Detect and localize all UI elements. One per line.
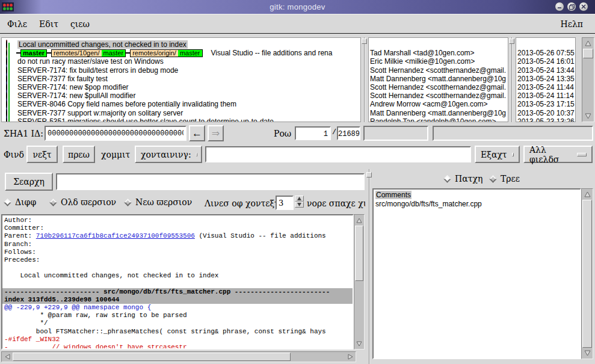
author-cell: Matt Dannenberg <matt.dannenberg@10g	[369, 75, 508, 83]
spin-up-icon[interactable]	[295, 196, 304, 202]
row-separator: /	[332, 128, 336, 137]
scrollbar-thumb[interactable]	[13, 353, 291, 361]
find-next-button[interactable]: νεξτ	[26, 146, 58, 163]
search-entry[interactable]	[56, 173, 365, 190]
close-icon	[581, 4, 586, 9]
radio-diff[interactable]: Διφφ	[4, 197, 36, 207]
commit-subject: SERVER-7174: new $pullAll modifier	[17, 91, 136, 100]
column-sash[interactable]	[508, 37, 516, 122]
forward-button[interactable]: ⇒	[208, 125, 224, 141]
progress-bar	[433, 126, 593, 141]
detail-line: Follows:	[4, 248, 353, 256]
find-entry[interactable]	[205, 146, 471, 162]
ref-head-master[interactable]: master	[20, 49, 47, 57]
commit-dot-head	[6, 49, 7, 57]
search-button[interactable]: Σεαρχη	[5, 173, 53, 191]
column-sash[interactable]	[361, 37, 368, 122]
sha1-entry[interactable]	[45, 126, 187, 141]
radio-icon	[489, 175, 497, 183]
date-cell	[516, 40, 575, 49]
commit-row[interactable]: do not run racy master/slave test on Win…	[2, 57, 360, 66]
menubar: Φιλε Εδιτ ςιεω Ηελπ	[0, 14, 595, 34]
commit-dot	[6, 57, 7, 66]
commit-row[interactable]: master remotes/10gen/master remotes/orig…	[2, 49, 360, 57]
commit-list-scrollbar[interactable]	[582, 37, 594, 122]
detail-line: Precedes:	[4, 256, 353, 264]
close-button[interactable]	[579, 2, 588, 11]
back-button[interactable]: ←	[189, 125, 205, 141]
pane-divider[interactable]	[366, 169, 372, 364]
titlebar[interactable]: gitk: mongodev	[0, 0, 595, 14]
commit-date-pane[interactable]: 2013-05-26 07:55 2013-05-24 16:01 2013-0…	[516, 37, 576, 122]
find-label[interactable]: Φινδ	[4, 150, 24, 159]
commit-dot-red	[6, 40, 7, 49]
row-total-field: 21689	[337, 126, 360, 140]
file-list-item[interactable]: Comments	[375, 191, 580, 200]
file-index-line: index 313fdd5..239de98 100644	[2, 296, 353, 304]
scroll-up-icon[interactable]	[355, 215, 363, 225]
commit-row[interactable]: SERVER-7174: fix build/test errors in de…	[2, 66, 360, 75]
scroll-left-icon[interactable]	[2, 353, 12, 361]
scrollbar-thumb[interactable]	[583, 49, 593, 58]
exact-dropdown[interactable]: Εξαχτ	[475, 146, 520, 163]
sash-handle[interactable]	[366, 172, 372, 177]
author-cell: Scott Hernandez <scotthernandez@gmail.	[369, 66, 508, 75]
scroll-up-icon[interactable]	[582, 190, 592, 199]
ref-remote-origin[interactable]: remotes/origin/master	[130, 49, 202, 57]
file-list[interactable]: Comments src/mongo/db/fts/fts_matcher.cp…	[372, 188, 581, 359]
commit-row[interactable]: SERVER-7377 support w:majority on solita…	[2, 109, 360, 117]
file-list-scrollbar[interactable]	[581, 188, 593, 359]
context-value-input[interactable]	[277, 197, 292, 209]
scrollbar-thumb[interactable]	[355, 226, 363, 281]
ref-remote-10gen[interactable]: remotes/10gen/master	[51, 49, 126, 57]
menu-help[interactable]: Ηελπ	[555, 17, 588, 31]
scroll-right-icon[interactable]	[345, 353, 355, 361]
ignore-space-checkbox[interactable]: νορε σπαχε χι	[307, 199, 365, 208]
commit-row[interactable]: Local uncommitted changes, not checked i…	[2, 40, 360, 49]
commit-subject: SERVER-5351 migrations should use better…	[17, 117, 274, 122]
scroll-down-icon[interactable]	[355, 339, 363, 348]
commit-graph-pane[interactable]: Local uncommitted changes, not checked i…	[1, 37, 361, 122]
date-cell: 2013-05-23 17:15	[516, 100, 575, 108]
diff-view[interactable]: Author: Committer: Parent: 710b296117ca6…	[1, 214, 354, 350]
sash-handle[interactable]	[509, 39, 514, 44]
author-cell: Matt Dannenberg <matt.dannenberg@10g	[369, 109, 508, 117]
containing-dropdown[interactable]: χονταινινγ:	[135, 146, 202, 163]
commit-row[interactable]: SERVER-7174: new $pop modifier	[2, 83, 360, 91]
author-cell: Scott Hernandez <scotthernandez@gmail.	[369, 91, 508, 100]
parent-sha-link[interactable]: 710b296117ca6f1b8caf1ce24937100f09553506	[36, 232, 195, 239]
commit-author-pane[interactable]: Tad Marshall <tad@10gen.com> Eric Milkie…	[368, 37, 508, 122]
menu-edit[interactable]: Εδιτ	[34, 17, 63, 31]
context-spinbox[interactable]	[276, 196, 304, 210]
scroll-down-icon[interactable]	[583, 111, 593, 121]
all-fields-dropdown[interactable]: Αλλ φιελδσ	[523, 146, 593, 163]
lines-of-context-label: Λινεσ οφ χοντεξτ:	[205, 199, 282, 208]
radio-old-version[interactable]: Ολδ ϖερσιον	[49, 197, 116, 207]
radio-new-version[interactable]: Νεω ϖερσιον	[124, 197, 192, 207]
commit-row[interactable]: SERVER-7174: new $pullAll modifier	[2, 91, 360, 100]
spin-down-icon[interactable]	[295, 202, 304, 208]
commit-row[interactable]: SERVER-8046 Copy field names before pote…	[2, 100, 360, 108]
dropdown-indicator-icon	[196, 153, 197, 156]
commit-row[interactable]: SERVER-5351 migrations should use better…	[2, 117, 360, 122]
diff-horizontal-scrollbar[interactable]	[1, 351, 356, 362]
sash-handle[interactable]	[362, 39, 367, 44]
find-prev-button[interactable]: πρεω	[63, 146, 95, 163]
radio-tree[interactable]: Τρεε	[489, 174, 520, 184]
date-cell: 2013-05-23 13:26	[516, 117, 575, 122]
diff-removed-line: - // windows doesn't have strcasestr	[4, 344, 353, 350]
minimize-button[interactable]	[555, 2, 564, 11]
sha1-label: ΣΗΑ1 ΙΔ:	[4, 129, 43, 138]
radio-patch[interactable]: Πατχη	[443, 174, 482, 184]
file-list-item[interactable]: src/mongo/db/fts/fts_matcher.cpp	[375, 200, 580, 209]
maximize-button[interactable]	[567, 2, 576, 11]
menu-file[interactable]: Φιλε	[2, 17, 32, 31]
ref-connector	[16, 52, 20, 54]
diff-vertical-scrollbar[interactable]	[354, 214, 365, 350]
detail-line: Committer:	[4, 224, 353, 232]
menu-view[interactable]: ςιεω	[66, 17, 94, 31]
scrollbar-thumb[interactable]	[582, 200, 592, 348]
scroll-down-icon[interactable]	[582, 348, 592, 358]
commit-row[interactable]: SERVER-7377 fix faulty test	[2, 75, 360, 83]
scroll-up-icon[interactable]	[583, 39, 593, 48]
